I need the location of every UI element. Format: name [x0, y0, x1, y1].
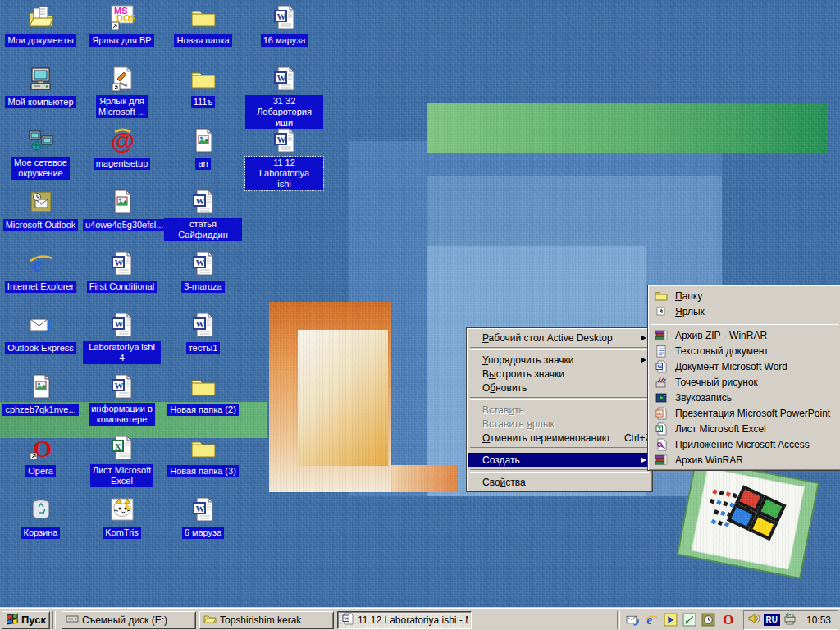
desktop-icon-recycle[interactable]: Корзина [2, 496, 80, 539]
desktop-icon-label: Outlook Express [5, 342, 76, 354]
desktop-icon-word[interactable]: Wинформации вкомпьютере [83, 373, 161, 426]
svg-text:W: W [195, 258, 204, 267]
desktop-icon-label: Internet Explorer [5, 281, 76, 293]
volume-icon[interactable] [747, 612, 760, 628]
create-submenu-item-10[interactable]: XЛист Microsoft Excel [650, 421, 840, 436]
desktop-icon-label: an [195, 158, 210, 170]
taskbar-clock[interactable]: 10:53 [806, 614, 831, 626]
create-submenu-item-8[interactable]: Звукозапись [650, 390, 840, 405]
desktop-icon-excel[interactable]: XЛист MicrosoftExcel [83, 435, 161, 487]
desktop-icon-label: 16 маруза [261, 34, 308, 47]
desktop-icon-image[interactable]: cphzeb7qk1nve... [2, 373, 80, 416]
msdos-icon: MSDOS [83, 4, 161, 32]
word-icon: W [83, 312, 161, 340]
svg-text:W: W [114, 258, 123, 267]
desktop-icon-computer[interactable]: Мой компьютер [2, 66, 80, 108]
create-submenu-item-5[interactable]: Текстовый документ [650, 343, 840, 358]
desktop-icon-folder[interactable]: Новая папка (3) [164, 435, 242, 477]
media-player-icon[interactable] [664, 613, 678, 628]
svg-text:X: X [658, 426, 662, 432]
desktop-icon-label: 3-maruza [181, 281, 224, 293]
create-submenu-item-1[interactable]: Папку [650, 288, 840, 304]
desktop-icon-word[interactable]: WFirst Conditional [83, 250, 161, 293]
desktop-icon-folder[interactable]: 111ъ [164, 66, 242, 108]
context-menu-item-1[interactable]: Рабочий стол Active Desktop▶ [468, 331, 651, 345]
printer-icon[interactable] [783, 612, 797, 628]
desktop-icon-word[interactable]: Wстатья Сайфиддин [164, 189, 242, 241]
svg-text:W: W [344, 615, 349, 622]
keyboard-layout-indicator[interactable]: RU [764, 614, 780, 626]
desktop-icon-word[interactable]: W16 маруза [245, 4, 323, 47]
start-button-label: Пуск [21, 614, 46, 626]
svg-text:W: W [276, 11, 285, 21]
outlook-express-icon[interactable] [626, 613, 641, 628]
context-menu-item-5[interactable]: Обновить [468, 381, 651, 395]
context-menu-item-3[interactable]: Упорядочить значки▶ [468, 353, 651, 367]
desktop-icon-at[interactable]: @magentsetup [83, 127, 161, 170]
desktop-icon-opera[interactable]: OOpera [2, 435, 80, 477]
menu-item-shortcut: Ctrl+Z [609, 432, 651, 444]
svg-text:W: W [276, 135, 285, 144]
desktop-icon-ie[interactable]: eInternet Explorer [2, 250, 80, 293]
word-icon: W [245, 4, 323, 32]
desktop-icon-word[interactable]: W6 маруза [164, 496, 242, 539]
desktop-icon-word[interactable]: WLaboratoriya ishi 4 [83, 312, 161, 364]
menu-item-label: Документ Microsoft Word [675, 361, 788, 372]
scheduler-icon[interactable] [701, 613, 716, 628]
desktop-icon-komtris[interactable]: KomTris [83, 496, 161, 539]
menu-item-label: Ярлык [675, 306, 705, 317]
context-menu-item-13[interactable]: Свойства [468, 475, 651, 489]
desktop-icon-image[interactable]: u4owe4q5g30efsl... [83, 189, 161, 231]
context-menu-item-4[interactable]: Выстроить значки [468, 367, 651, 381]
svg-text:W: W [195, 319, 204, 329]
create-submenu-item-11[interactable]: Приложение Microsoft Access [650, 436, 840, 452]
create-submenu-item-2[interactable]: Ярлык [650, 304, 840, 319]
word-icon: W [245, 127, 323, 155]
desktop-icon-word[interactable]: W31 32Лобаротория иши [245, 66, 323, 129]
desktop-icon-word[interactable]: W11 12 Laboratoriyaishi [245, 127, 323, 190]
task-button-2[interactable]: Topshirishim kerak [199, 611, 334, 629]
menu-separator [470, 397, 649, 400]
desktop-icon-label: статья Сайфиддин [164, 218, 242, 241]
context-menu-item-8: Вставить ярлык [468, 417, 651, 431]
context-menu-item-9[interactable]: Отменить переименованиюCtrl+Z [468, 431, 651, 445]
opera-icon[interactable]: O [720, 613, 735, 628]
desktop-icon-office[interactable]: Ярлык дляMicrosoft ... [83, 66, 161, 118]
desktop-icon-msdos[interactable]: MSDOSЯрлык для BP [83, 4, 161, 47]
imaging-icon[interactable] [682, 613, 697, 628]
desktop-icon-image[interactable]: an [164, 127, 242, 170]
desktop-icon-label: Ярлык для BP [89, 34, 153, 47]
desktop-icon-oe[interactable]: Outlook Express [2, 312, 80, 354]
taskbar-divider[interactable] [52, 611, 56, 629]
create-submenu-item-4[interactable]: Архив ZIP - WinRAR [650, 327, 840, 343]
menu-item-label: Приложение Microsoft Access [675, 439, 810, 450]
sm-winrar-icon [655, 329, 669, 342]
folder-icon [164, 373, 242, 401]
menu-separator [470, 447, 649, 450]
at-icon: @ [83, 127, 161, 155]
create-submenu-item-12[interactable]: Архив WinRAR [650, 452, 840, 468]
sm-ppt-icon [655, 407, 669, 420]
task-button-1[interactable]: Съемный диск (E:) [62, 611, 196, 629]
desktop-icon-word[interactable]: W3-maruza [164, 250, 242, 293]
tb-drive-icon [66, 612, 79, 628]
desktop-icon-folder[interactable]: Новая папка [164, 4, 242, 47]
create-submenu-item-7[interactable]: Точечный рисунок [650, 374, 840, 390]
menu-item-label: Выстроить значки [482, 368, 564, 380]
start-button[interactable]: Пуск [2, 611, 50, 629]
svg-text:e: e [32, 251, 42, 276]
taskbar-divider[interactable] [617, 611, 620, 629]
internet-explorer-icon[interactable]: e [645, 613, 660, 628]
image-icon [83, 189, 161, 217]
svg-text:W: W [114, 319, 123, 329]
desktop-icon-my-documents[interactable]: Мои документы [2, 4, 80, 47]
desktop-icon-network[interactable]: Мое сетевоеокружение [2, 127, 80, 180]
desktop-icon-outlook[interactable]: Microsoft Outlook [2, 189, 80, 231]
context-menu-item-11[interactable]: Создать▶ [468, 453, 651, 467]
desktop-icon-word[interactable]: Wтесты1 [164, 312, 242, 354]
create-submenu-item-6[interactable]: WДокумент Microsoft Word [650, 358, 840, 374]
task-button-3[interactable]: W11 12 Laboratoriya ishi - Mi... [337, 611, 472, 629]
desktop-icon-label: Новая папка (3) [167, 465, 239, 477]
desktop-icon-folder[interactable]: Новая папка (2) [164, 373, 242, 416]
create-submenu-item-9[interactable]: Презентация Microsoft PowerPoint [650, 405, 840, 421]
